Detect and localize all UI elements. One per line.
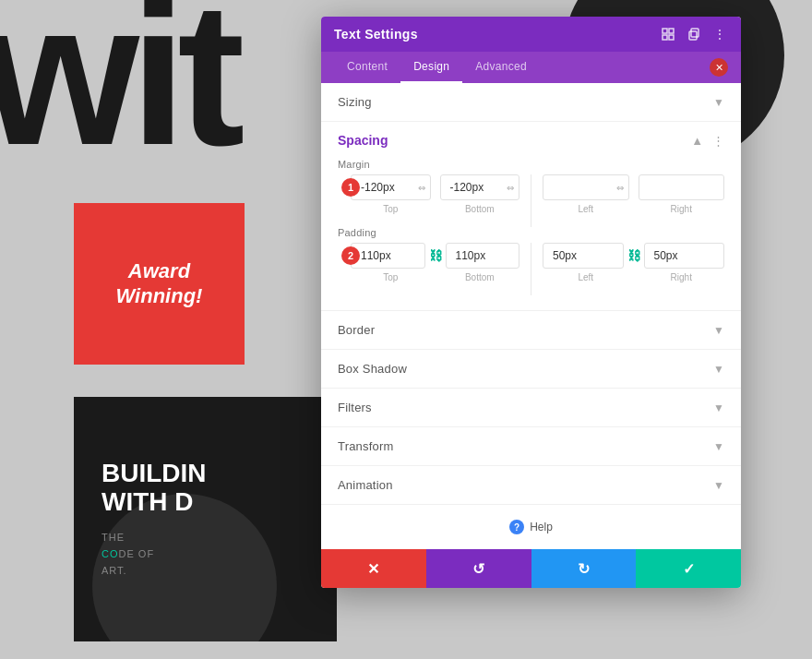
margin-label: Margin	[338, 159, 724, 170]
text-settings-modal: Text Settings ⋮ Content Design A	[321, 17, 741, 588]
animation-chevron: ▼	[713, 479, 724, 492]
padding-bottom-input[interactable]	[446, 243, 520, 269]
padding-bottom-wrapper	[446, 243, 520, 269]
padding-top-bottom-row: 2 ⛓	[351, 243, 519, 269]
sizing-chevron: ▼	[713, 96, 724, 109]
padding-left-input[interactable]	[543, 243, 624, 269]
tab-content[interactable]: Content	[334, 52, 400, 83]
tab-design[interactable]: Design	[400, 52, 462, 83]
more-icon[interactable]: ⋮	[711, 26, 728, 42]
padding-group: Padding 2 ⛓	[338, 227, 724, 295]
redo-button[interactable]: ↻	[531, 549, 637, 588]
padding-right-wrapper	[644, 243, 725, 269]
margin-right-label: Right	[639, 204, 725, 214]
spacing-header: Spacing ▲ ⋮	[338, 133, 724, 148]
svg-rect-5	[691, 29, 699, 37]
sizing-section[interactable]: Sizing ▼	[321, 83, 741, 122]
margin-lr-labels: Left Right	[543, 204, 724, 214]
margin-top-label: Top	[351, 204, 431, 214]
margin-bottom-link-icon: ⇔	[507, 183, 514, 193]
box-shadow-chevron: ▼	[713, 363, 724, 376]
svg-rect-4	[689, 31, 697, 40]
padding-right-label: Right	[639, 272, 725, 282]
padding-lr-row: ⛓	[543, 243, 724, 269]
dark-section-text: BUILDIN WITH D THECODE OFART.	[102, 460, 207, 579]
background-wit-text: wit	[0, 0, 236, 175]
padding-left-label: Left	[543, 272, 629, 282]
padding-top-label: Top	[351, 272, 431, 282]
dark-big-text-2: WITH D	[102, 488, 207, 517]
svg-rect-0	[663, 29, 667, 33]
margin-left-link-icon: ⇔	[616, 183, 624, 193]
spacing-collapse-icon[interactable]: ▲	[691, 134, 703, 148]
padding-lr-linked: ⛓	[543, 243, 724, 269]
margin-left-label: Left	[543, 204, 629, 214]
padding-divider	[531, 243, 531, 295]
tab-bar: Content Design Advanced ✕	[321, 52, 741, 83]
margin-left-col: 1 ⇔ ⇔ Top Bottom	[338, 174, 519, 227]
modal-header: Text Settings ⋮	[321, 17, 741, 52]
undo-button[interactable]: ↺	[426, 549, 531, 588]
animation-label: Animation	[338, 478, 393, 492]
margin-divider	[531, 174, 531, 227]
tab-close-button[interactable]: ✕	[710, 58, 728, 77]
margin-right-input[interactable]	[639, 174, 725, 200]
margin-top-link-icon: ⇔	[418, 183, 425, 193]
box-shadow-label: Box Shadow	[338, 362, 407, 376]
svg-rect-2	[663, 35, 667, 40]
padding-lr-link-chain: ⛓	[627, 248, 640, 263]
padding-right-input[interactable]	[644, 243, 725, 269]
transform-chevron: ▼	[713, 440, 724, 453]
filters-chevron: ▼	[713, 401, 724, 414]
margin-left-wrapper: ⇔	[543, 174, 629, 200]
padding-badge: 2	[341, 246, 360, 265]
border-label: Border	[338, 323, 375, 337]
animation-section[interactable]: Animation ▼	[321, 466, 741, 505]
award-box: Award Winning!	[74, 203, 245, 365]
dark-section: BUILDIN WITH D THECODE OFART.	[74, 397, 337, 641]
margin-bottom-label: Bottom	[440, 204, 520, 214]
margin-bottom-wrapper: ⇔	[440, 174, 520, 200]
spacing-section: Spacing ▲ ⋮ Margin 1 ⇔	[321, 122, 741, 311]
duplicate-icon[interactable]	[686, 26, 702, 42]
help-icon[interactable]: ?	[509, 520, 524, 534]
margin-inputs: 1 ⇔ ⇔ Top Bottom	[338, 174, 724, 227]
margin-top-wrapper: ⇔	[351, 174, 431, 200]
fullscreen-icon[interactable]	[660, 26, 676, 42]
award-line1: Award	[128, 259, 190, 282]
sizing-label: Sizing	[338, 95, 372, 109]
award-line2: Winning!	[116, 284, 203, 307]
filters-label: Filters	[338, 401, 372, 414]
modal-footer: ✕ ↺ ↻ ✓	[321, 549, 741, 588]
margin-badge: 1	[341, 178, 360, 197]
padding-left-wrapper	[543, 243, 624, 269]
confirm-button[interactable]: ✓	[636, 549, 741, 588]
svg-rect-3	[669, 35, 674, 40]
padding-inputs: 2 ⛓ Top	[338, 243, 724, 295]
filters-section[interactable]: Filters ▼	[321, 389, 741, 427]
spacing-title: Spacing	[338, 133, 388, 148]
padding-tb-labels: Top Bottom	[338, 272, 519, 282]
modal-title: Text Settings	[334, 27, 418, 42]
border-chevron: ▼	[713, 324, 724, 337]
spacing-more-icon[interactable]: ⋮	[712, 134, 724, 148]
modal-body: Sizing ▼ Spacing ▲ ⋮ Margin 1	[321, 83, 741, 549]
dark-big-text-1: BUILDIN	[102, 460, 207, 488]
padding-right-col: ⛓ Left Right	[543, 243, 724, 295]
dark-small-text: THECODE OFART.	[102, 530, 207, 579]
padding-top-bottom-linked: ⛓	[351, 243, 519, 269]
help-text: Help	[530, 521, 553, 533]
padding-left-col: 2 ⛓ Top	[338, 243, 519, 295]
padding-top-input[interactable]	[351, 243, 425, 269]
margin-lr-row: ⇔	[543, 174, 724, 200]
transform-section[interactable]: Transform ▼	[321, 427, 741, 466]
cancel-button[interactable]: ✕	[321, 549, 426, 588]
margin-right-col: ⇔ Left Right	[543, 174, 724, 227]
margin-right-wrapper	[639, 174, 725, 200]
box-shadow-section[interactable]: Box Shadow ▼	[321, 350, 741, 389]
tab-advanced[interactable]: Advanced	[462, 52, 540, 83]
padding-lr-labels: Left Right	[543, 272, 724, 282]
border-section[interactable]: Border ▼	[321, 311, 741, 350]
margin-tb-labels: Top Bottom	[338, 204, 519, 214]
padding-label: Padding	[338, 227, 724, 238]
